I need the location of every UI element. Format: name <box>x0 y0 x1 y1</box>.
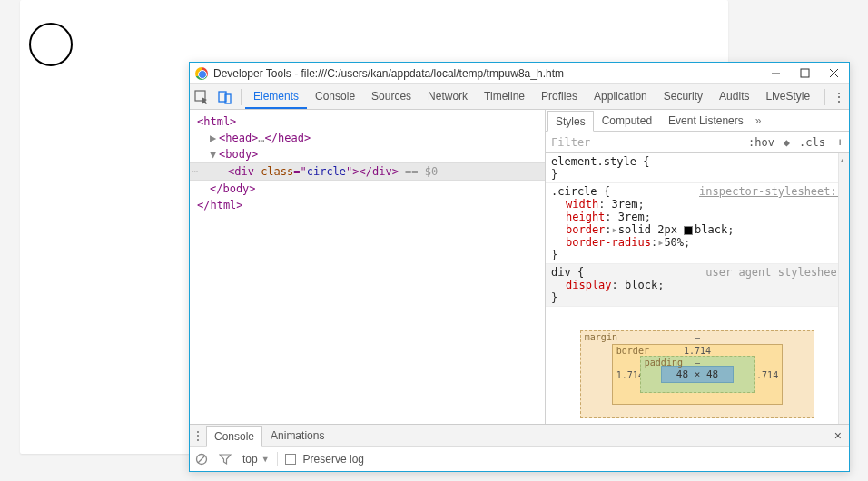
scrollbar[interactable]: ▴ <box>838 153 849 451</box>
tab-security[interactable]: Security <box>656 84 711 109</box>
tab-sources[interactable]: Sources <box>363 84 419 109</box>
styles-tab-styles[interactable]: Styles <box>547 111 594 132</box>
inspect-element-icon[interactable] <box>190 85 213 109</box>
dom-node[interactable]: </body> <box>210 182 256 195</box>
preserve-log-checkbox[interactable] <box>285 454 296 465</box>
tab-network[interactable]: Network <box>419 84 476 109</box>
dom-node[interactable]: <body> <box>219 148 258 161</box>
rule-source-ua: user agent stylesheet <box>705 266 843 279</box>
filter-icon[interactable] <box>219 453 235 466</box>
devtools-window: Developer Tools - file:///C:/users/kan/a… <box>189 62 850 472</box>
box-model-content-size: 48 × 48 <box>661 366 734 383</box>
window-close-button[interactable] <box>827 67 840 80</box>
new-style-rule-button[interactable]: + <box>831 136 849 149</box>
clear-console-icon[interactable] <box>195 453 212 466</box>
dom-node[interactable]: <html> <box>197 115 236 128</box>
styles-tabs: StylesComputedEvent Listeners» <box>546 110 849 132</box>
toggle-hover-button[interactable]: :hov <box>743 136 780 149</box>
tab-audits[interactable]: Audits <box>711 84 757 109</box>
window-minimize-button[interactable] <box>769 67 782 80</box>
tab-profiles[interactable]: Profiles <box>533 84 586 109</box>
tab-timeline[interactable]: Timeline <box>476 84 533 109</box>
styles-more-tabs-icon[interactable]: » <box>755 114 762 127</box>
pin-icon[interactable]: ◆ <box>780 136 794 149</box>
dom-selected-node[interactable]: <div class="circle"></div> == $0 <box>190 162 545 181</box>
rule-selector[interactable]: element.style { <box>551 155 843 168</box>
device-mode-icon[interactable] <box>213 85 237 109</box>
styles-tab-computed[interactable]: Computed <box>594 110 660 131</box>
dom-node[interactable]: </html> <box>197 199 243 211</box>
window-maximize-button[interactable] <box>798 67 811 80</box>
drawer-tab-animations[interactable]: Animations <box>262 425 332 446</box>
circle-element[interactable] <box>29 23 73 66</box>
svg-line-8 <box>198 456 205 463</box>
drawer-close-button[interactable]: × <box>827 428 849 443</box>
tab-console[interactable]: Console <box>307 84 363 109</box>
console-drawer: ⋮ Console Animations × top ▼ Preserve lo <box>190 424 849 471</box>
drawer-tab-console[interactable]: Console <box>206 426 262 447</box>
devtools-title: Developer Tools - file:///C:/users/kan/a… <box>213 67 764 80</box>
console-context-select[interactable]: top ▼ <box>242 453 270 466</box>
styles-tab-event-listeners[interactable]: Event Listeners <box>660 110 752 131</box>
tab-application[interactable]: Application <box>586 84 656 109</box>
chrome-icon <box>195 67 208 80</box>
tab-elements[interactable]: Elements <box>245 84 307 109</box>
devtools-toolbar: ElementsConsoleSourcesNetworkTimelinePro… <box>190 84 849 110</box>
toggle-class-button[interactable]: .cls <box>794 136 831 149</box>
drawer-menu-button[interactable]: ⋮ <box>190 429 206 442</box>
styles-filter-input[interactable]: Filter <box>546 136 743 149</box>
elements-dom-tree[interactable]: <html> ▶<head>…</head> ▼<body> <div clas… <box>190 110 545 431</box>
box-model-diagram[interactable]: margin – border 1.714 1.714 1.714 paddin… <box>546 307 849 426</box>
preserve-log-label: Preserve log <box>303 453 364 466</box>
devtools-menu-button[interactable]: ⋮ <box>829 90 849 104</box>
svg-rect-1 <box>801 69 809 77</box>
devtools-titlebar[interactable]: Developer Tools - file:///C:/users/kan/a… <box>190 63 849 84</box>
rule-source-link[interactable]: inspector-stylesheet:1 <box>699 185 843 198</box>
styles-rules[interactable]: ▴ element.style { } inspector-stylesheet… <box>546 153 849 451</box>
tab-livestyle[interactable]: LiveStyle <box>757 84 818 109</box>
